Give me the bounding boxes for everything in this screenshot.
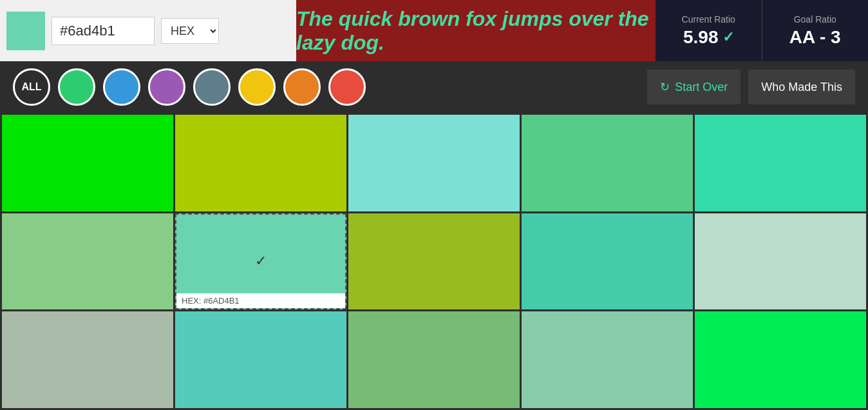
goal-ratio-box: Goal Ratio AA - 3 xyxy=(762,0,869,61)
hex-input[interactable] xyxy=(52,17,155,45)
color-cell-14[interactable] xyxy=(522,311,693,408)
color-cell-2[interactable] xyxy=(175,115,346,211)
refresh-icon: ↻ xyxy=(660,80,670,94)
color-cell-13[interactable] xyxy=(348,311,520,408)
filter-circle-purple[interactable] xyxy=(148,68,185,106)
color-cell-12[interactable] xyxy=(175,311,346,408)
color-cell-4[interactable] xyxy=(522,115,693,211)
format-select[interactable]: HEX RGB HSL xyxy=(161,18,219,44)
color-cell-9[interactable] xyxy=(522,213,693,310)
goal-ratio-value: AA - 3 xyxy=(789,27,841,48)
current-ratio-box: Current Ratio 5.98 ✓ xyxy=(656,0,762,61)
ratio-check-icon: ✓ xyxy=(722,29,734,46)
color-cell-6[interactable] xyxy=(2,213,173,310)
who-made-button[interactable]: Who Made This xyxy=(748,70,855,104)
color-cell-10[interactable] xyxy=(695,213,866,310)
filter-circle-green[interactable] xyxy=(58,68,95,106)
filter-circle-red[interactable] xyxy=(328,68,366,106)
preview-section: The quick brown fox jumps over the lazy … xyxy=(296,0,656,61)
preview-text: The quick brown fox jumps over the lazy … xyxy=(296,7,656,55)
color-cell-selected[interactable]: ✓ HEX: #6AD4B1 xyxy=(175,213,346,310)
color-cell-11[interactable] xyxy=(2,311,173,408)
start-over-label: Start Over xyxy=(675,81,728,94)
selected-checkmark: ✓ xyxy=(255,253,267,269)
start-over-button[interactable]: ↻ Start Over xyxy=(647,70,741,104)
filter-circle-orange[interactable] xyxy=(283,68,321,106)
color-input-section: HEX RGB HSL xyxy=(0,0,296,61)
goal-ratio-label: Goal Ratio xyxy=(794,14,836,24)
all-filter-button[interactable]: ALL xyxy=(13,68,50,106)
current-ratio-label: Current Ratio xyxy=(682,14,735,24)
filter-circle-yellow[interactable] xyxy=(238,68,276,106)
filter-circle-blue[interactable] xyxy=(103,68,140,106)
color-cell-8[interactable] xyxy=(348,213,520,310)
color-swatch xyxy=(6,12,45,50)
ratio-section: Current Ratio 5.98 ✓ Goal Ratio AA - 3 xyxy=(656,0,868,61)
hex-label: HEX: #6AD4B1 xyxy=(176,293,345,308)
color-cell-3[interactable] xyxy=(348,115,520,211)
filter-bar: ALL ↻ Start Over Who Made This xyxy=(0,61,868,113)
color-cell-1[interactable] xyxy=(2,115,173,211)
top-bar: HEX RGB HSL The quick brown fox jumps ov… xyxy=(0,0,868,61)
color-cell-5[interactable] xyxy=(695,115,866,211)
filter-circle-gray[interactable] xyxy=(193,68,231,106)
color-grid: ✓ HEX: #6AD4B1 xyxy=(0,113,868,410)
current-ratio-value: 5.98 ✓ xyxy=(683,27,734,48)
color-cell-15[interactable] xyxy=(695,311,866,408)
